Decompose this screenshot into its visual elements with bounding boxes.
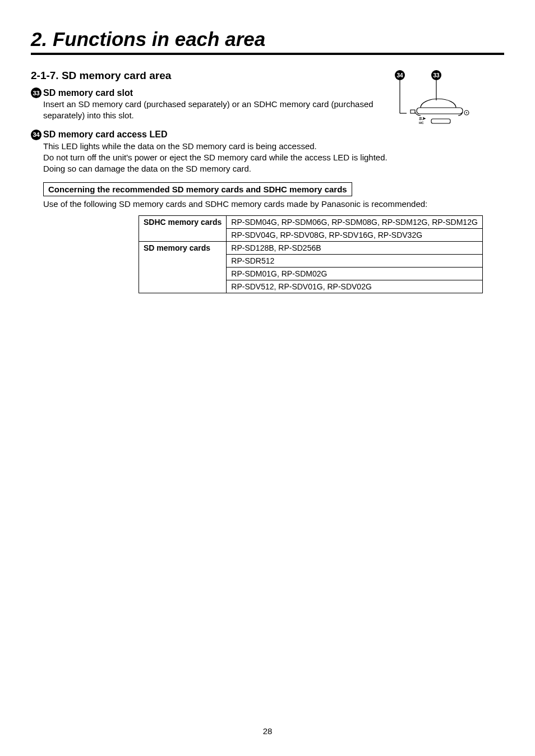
- circled-number-34: 34: [31, 130, 41, 140]
- cell-sd-3: RP-SDM01G, RP-SDM02G: [227, 268, 483, 280]
- item-34-block: 34 SD memory card access LED This LED li…: [31, 130, 504, 175]
- section-container: 2-1-7. SD memory card area 34 33 S➤ HC: [31, 70, 504, 293]
- header-sdhc: SDHC memory cards: [139, 216, 227, 242]
- note-text: Use of the following SD memory cards and…: [43, 199, 504, 209]
- item-34-title: SD memory card access LED: [43, 130, 167, 140]
- item-34-body: This LED lights while the data on the SD…: [43, 141, 504, 175]
- sd-card-area-diagram: 34 33 S➤ HC: [390, 70, 491, 128]
- table-row: SD memory cards RP-SD128B, RP-SD256B: [139, 242, 483, 255]
- item-34-line3: Doing so can damage the data on the SD m…: [43, 163, 504, 174]
- table-row: SDHC memory cards RP-SDM04G, RP-SDM06G, …: [139, 216, 483, 229]
- svg-text:33: 33: [433, 72, 440, 79]
- svg-text:HC: HC: [419, 121, 424, 125]
- item-33-body: Insert an SD memory card (purchased sepa…: [43, 99, 380, 122]
- svg-point-10: [466, 112, 467, 113]
- recommendation-block: Concerning the recommended SD memory car…: [43, 182, 504, 293]
- cell-sdhc-2: RP-SDV04G, RP-SDV08G, RP-SDV16G, RP-SDV3…: [227, 229, 483, 242]
- circled-number-33: 33: [31, 87, 41, 98]
- item-34-line1: This LED lights while the data on the SD…: [43, 141, 504, 152]
- header-sd: SD memory cards: [139, 242, 227, 293]
- item-34-header: 34 SD memory card access LED: [31, 130, 504, 140]
- cell-sdhc-1: RP-SDM04G, RP-SDM06G, RP-SDM08G, RP-SDM1…: [227, 216, 483, 229]
- svg-text:34: 34: [396, 72, 403, 79]
- cell-sd-1: RP-SD128B, RP-SD256B: [227, 242, 483, 255]
- cell-sd-2: RP-SDR512: [227, 255, 483, 268]
- chapter-heading: 2. Functions in each area: [31, 28, 504, 50]
- item-33-title: SD memory card slot: [43, 88, 133, 98]
- page-number: 28: [0, 726, 535, 736]
- note-box-title: Concerning the recommended SD memory car…: [43, 182, 352, 196]
- heading-rule: [31, 53, 504, 55]
- memory-card-table: SDHC memory cards RP-SDM04G, RP-SDM06G, …: [139, 215, 483, 293]
- svg-rect-7: [417, 108, 463, 114]
- cell-sd-4: RP-SDV512, RP-SDV01G, RP-SDV02G: [227, 280, 483, 293]
- svg-text:S➤: S➤: [419, 116, 426, 121]
- item-34-line2: Do not turn off the unit's power or ejec…: [43, 152, 504, 163]
- svg-rect-8: [411, 110, 415, 113]
- svg-rect-13: [431, 119, 450, 123]
